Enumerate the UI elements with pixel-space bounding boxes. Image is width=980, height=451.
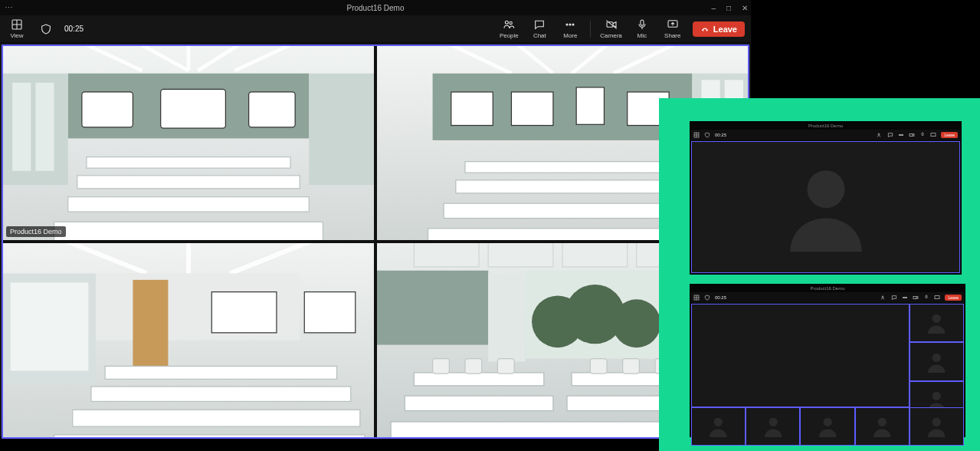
chat-button[interactable]: Chat xyxy=(529,18,550,39)
svg-point-102 xyxy=(932,353,941,361)
svg-point-103 xyxy=(932,392,941,400)
svg-rect-44 xyxy=(444,203,681,218)
main-speaker-tile[interactable] xyxy=(692,305,909,407)
toolbar: 00:25 Leave xyxy=(690,130,961,140)
people-label: People xyxy=(500,32,519,39)
video-grid: Product16 Demo xyxy=(2,44,749,439)
leave-button[interactable]: Leave xyxy=(945,295,962,301)
more-button[interactable]: More xyxy=(559,18,581,39)
participant-tile[interactable] xyxy=(910,408,963,445)
svg-point-107 xyxy=(878,418,887,426)
chat-button[interactable] xyxy=(887,132,893,138)
view-button[interactable]: View xyxy=(6,18,28,39)
svg-point-88 xyxy=(903,134,903,135)
view-button[interactable] xyxy=(693,295,700,301)
svg-rect-98 xyxy=(913,296,916,298)
mic-button[interactable]: Mic xyxy=(631,18,653,39)
svg-point-2 xyxy=(510,21,512,24)
camera-button[interactable]: Camera xyxy=(600,18,621,39)
camera-button[interactable] xyxy=(913,295,919,301)
titlebar: Product16 Demo xyxy=(690,122,961,130)
share-button[interactable] xyxy=(934,295,940,301)
svg-rect-27 xyxy=(54,222,323,240)
view-label: View xyxy=(10,32,23,39)
svg-point-92 xyxy=(807,170,844,208)
people-button[interactable]: People xyxy=(498,18,519,39)
camera-button[interactable] xyxy=(909,132,915,138)
participant-tile[interactable] xyxy=(910,305,963,341)
share-button[interactable] xyxy=(930,132,936,138)
more-button[interactable] xyxy=(902,295,908,301)
meeting-timer: 00:25 xyxy=(715,295,726,300)
svg-rect-45 xyxy=(428,229,697,240)
video-tile-3[interactable] xyxy=(3,243,374,437)
people-button[interactable] xyxy=(877,132,883,138)
privacy-shield-icon[interactable] xyxy=(704,295,710,301)
titlebar: Product16 Demo xyxy=(690,285,965,292)
svg-rect-99 xyxy=(926,295,927,298)
window-title: Product16 Demo xyxy=(808,123,843,128)
svg-rect-43 xyxy=(456,180,669,193)
video-area xyxy=(691,141,960,273)
svg-point-4 xyxy=(569,24,571,25)
svg-point-1 xyxy=(506,21,509,24)
more-button[interactable] xyxy=(898,132,904,138)
svg-point-95 xyxy=(903,297,904,298)
window-menu-icon[interactable]: ⋯ xyxy=(5,3,13,13)
svg-rect-20 xyxy=(35,83,54,171)
svg-rect-38 xyxy=(451,92,493,126)
privacy-shield-icon[interactable] xyxy=(704,132,710,138)
video-area xyxy=(691,304,964,436)
svg-rect-71 xyxy=(488,273,525,361)
view-button[interactable] xyxy=(693,132,700,138)
maximize-icon[interactable]: □ xyxy=(726,4,731,12)
participant-tile[interactable] xyxy=(910,343,963,380)
video-tile-1[interactable]: Product16 Demo xyxy=(3,46,374,240)
svg-rect-52 xyxy=(133,280,168,368)
minimize-icon[interactable]: – xyxy=(711,4,716,12)
share-button[interactable]: Share xyxy=(662,18,683,39)
window-title: Product16 Demo xyxy=(346,4,404,12)
svg-rect-66 xyxy=(377,271,488,345)
mic-button[interactable] xyxy=(923,295,929,301)
svg-rect-21 xyxy=(82,92,133,127)
privacy-shield-icon[interactable] xyxy=(35,23,57,35)
window-title: Product16 Demo xyxy=(810,286,844,291)
svg-rect-22 xyxy=(161,89,226,128)
svg-rect-23 xyxy=(249,92,296,127)
leave-button[interactable]: Leave xyxy=(941,132,958,138)
svg-rect-8 xyxy=(641,20,644,25)
svg-point-96 xyxy=(905,297,906,298)
people-button[interactable] xyxy=(880,295,887,301)
svg-point-101 xyxy=(932,314,941,323)
svg-point-5 xyxy=(572,24,574,25)
participant-tile[interactable] xyxy=(856,408,909,445)
svg-rect-56 xyxy=(304,292,356,333)
toolbar: 00:25 Leave xyxy=(690,292,965,303)
mic-button[interactable] xyxy=(919,132,926,138)
main-meeting-window: ⋯ Product16 Demo – □ ✕ View 00:25 xyxy=(0,0,751,437)
svg-rect-75 xyxy=(405,396,553,410)
svg-rect-60 xyxy=(54,435,365,437)
participant-tile[interactable] xyxy=(692,408,745,445)
meeting-timer: 00:25 xyxy=(715,133,726,137)
svg-point-94 xyxy=(882,296,883,298)
svg-rect-73 xyxy=(414,373,543,386)
leave-button[interactable]: Leave xyxy=(693,21,745,37)
svg-rect-78 xyxy=(433,359,450,374)
svg-point-104 xyxy=(714,418,723,426)
share-label: Share xyxy=(664,32,680,39)
placeholder-avatar-icon xyxy=(772,153,880,261)
svg-rect-57 xyxy=(105,366,337,379)
titlebar: ⋯ Product16 Demo – □ ✕ xyxy=(0,0,751,15)
participant-tile[interactable] xyxy=(746,408,799,445)
svg-rect-39 xyxy=(511,92,552,126)
svg-rect-91 xyxy=(931,133,936,137)
participant-tile[interactable] xyxy=(801,408,854,445)
chat-button[interactable] xyxy=(891,295,897,301)
svg-rect-26 xyxy=(68,197,310,212)
svg-rect-25 xyxy=(77,176,300,189)
close-icon[interactable]: ✕ xyxy=(742,4,748,12)
more-label: More xyxy=(563,32,577,39)
svg-rect-90 xyxy=(922,133,923,136)
